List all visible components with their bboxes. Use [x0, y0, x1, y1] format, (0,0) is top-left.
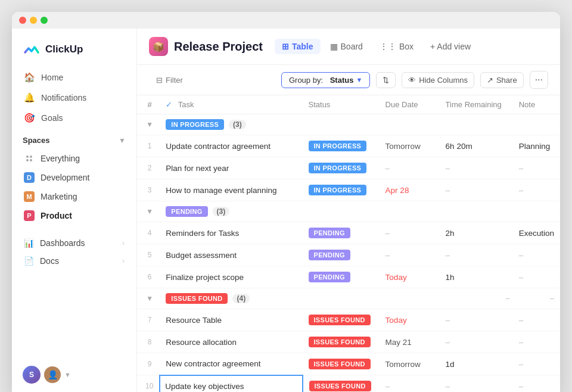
filter-button[interactable]: ⊟ Filter	[149, 73, 190, 88]
board-icon: ▦	[330, 42, 338, 51]
sidebar-nav: 🏠 Home 🔔 Notifications 🎯 Goals	[12, 68, 136, 127]
row-task[interactable]: Finalize project scope	[160, 266, 302, 288]
sidebar-item-everything[interactable]: Everything	[17, 150, 132, 167]
sidebar-item-goals[interactable]: 🎯 Goals	[17, 108, 132, 127]
row-note: –	[513, 353, 560, 375]
svg-point-3	[30, 159, 32, 161]
tasks-table: # ✓ Task Status Due Date Time Remaining …	[137, 95, 560, 392]
status-badge: ISSUES FOUND	[309, 359, 371, 369]
svg-point-1	[30, 155, 32, 158]
share-icon: ↗	[487, 76, 493, 85]
hide-columns-button[interactable]: 👁 Hide Columns	[402, 72, 474, 88]
row-due: Tomorrow	[380, 353, 440, 375]
table-row[interactable]: 7 Resource Table ISSUES FOUND Today – –	[137, 309, 560, 331]
row-task[interactable]: How to manage event planning	[160, 179, 302, 201]
spaces-label: Spaces	[23, 136, 50, 145]
row-task[interactable]: New contractor agreement	[160, 353, 302, 375]
box-icon: ⋮⋮	[380, 42, 396, 51]
row-num: 8	[137, 331, 160, 353]
product-icon: P	[24, 210, 35, 221]
app-window: ClickUp 🏠 Home 🔔 Notifications 🎯 Goals	[12, 12, 560, 392]
app-name: ClickUp	[45, 43, 83, 55]
row-task[interactable]: Update key objectives	[160, 375, 302, 393]
development-icon: D	[24, 172, 35, 183]
row-task[interactable]: Reminders for Tasks	[160, 222, 302, 244]
minimize-btn[interactable]	[30, 17, 37, 24]
project-title: Release Project	[174, 40, 263, 54]
table-row[interactable]: 5 Budget assessment PENDING – – –	[137, 244, 560, 266]
add-view-button[interactable]: + Add view	[423, 39, 478, 54]
main-content: 📦 Release Project ⊞ Table ▦ Board ⋮⋮ Box	[137, 29, 560, 392]
sidebar-item-notifications[interactable]: 🔔 Notifications	[17, 88, 132, 107]
marketing-icon: M	[24, 191, 35, 202]
table-row[interactable]: 6 Finalize project scope PENDING Today 1…	[137, 266, 560, 288]
row-task[interactable]: Resource allocation	[160, 331, 302, 353]
table-row[interactable]: 4 Reminders for Tasks PENDING – 2h Execu…	[137, 222, 560, 244]
table-container: # ✓ Task Status Due Date Time Remaining …	[137, 95, 560, 392]
row-due: Apr 28	[380, 179, 440, 201]
row-task[interactable]: Plan for next year	[160, 157, 302, 179]
sidebar-item-product[interactable]: P Product	[17, 207, 132, 225]
spaces-chevron-icon: ▼	[119, 136, 126, 145]
maximize-btn[interactable]	[41, 17, 48, 24]
close-btn[interactable]	[19, 17, 26, 24]
collapse-cell[interactable]: ▼	[137, 288, 160, 309]
row-due: –	[380, 375, 440, 393]
sidebar-item-development[interactable]: D Development	[17, 169, 132, 186]
row-note: –	[513, 266, 560, 288]
docs-chevron-icon: ›	[122, 257, 125, 265]
collapse-icon: ▼	[146, 120, 153, 129]
status-badge: ISSUES FOUND	[309, 337, 371, 347]
group-header-cell: PENDING (3)	[160, 201, 560, 222]
tab-board[interactable]: ▦ Board	[323, 39, 370, 54]
row-due: –	[380, 244, 440, 266]
sidebar-item-marketing[interactable]: M Marketing	[17, 188, 132, 206]
row-task[interactable]: Budget assessment	[160, 244, 302, 266]
table-header: # ✓ Task Status Due Date Time Remaining …	[137, 95, 560, 114]
user-avatar-area[interactable]: S 👤 ▼	[12, 356, 136, 388]
tab-table[interactable]: ⊞ Table	[275, 39, 321, 54]
row-note: –	[513, 375, 560, 393]
svg-point-2	[26, 159, 29, 161]
status-badge: IN PROGRESS	[309, 185, 367, 195]
more-options-button[interactable]: ···	[530, 71, 548, 89]
row-time: 1h	[440, 266, 513, 288]
row-time: –	[440, 179, 513, 201]
group-by-button[interactable]: Group by: Status ▼	[281, 72, 370, 88]
group-header-cell: IN PROGRESS (3)	[160, 114, 560, 135]
row-note: –	[513, 179, 560, 201]
logo: ClickUp	[12, 38, 136, 68]
row-status: ISSUES FOUND	[303, 353, 380, 375]
collapse-cell[interactable]: ▼	[137, 201, 160, 222]
sidebar-item-dashboards[interactable]: 📊 Dashboards ›	[17, 234, 132, 252]
row-num: 9	[137, 353, 160, 375]
table-row[interactable]: 10 Update key objectives ISSUES FOUND – …	[137, 375, 560, 393]
tab-box[interactable]: ⋮⋮ Box	[372, 39, 421, 54]
filter-icon: ⊟	[156, 76, 163, 85]
spaces-header[interactable]: Spaces ▼	[23, 136, 126, 145]
sidebar-item-docs[interactable]: 📄 Docs ›	[17, 252, 132, 270]
row-task[interactable]: Resource Table	[160, 309, 302, 331]
sort-button[interactable]: ⇅	[376, 72, 396, 88]
row-task[interactable]: Update contractor agreement	[160, 135, 302, 157]
row-due: Tomorrow	[380, 135, 440, 157]
row-time: –	[440, 157, 513, 179]
development-label: Development	[41, 173, 90, 182]
home-icon: 🏠	[24, 72, 35, 83]
row-time: 1d	[440, 353, 513, 375]
sidebar-item-home[interactable]: 🏠 Home	[17, 68, 132, 87]
col-time: Time Remaining	[440, 95, 513, 114]
share-button[interactable]: ↗ Share	[480, 72, 524, 88]
main-header: 📦 Release Project ⊞ Table ▦ Board ⋮⋮ Box	[137, 29, 560, 65]
docs-label: Docs	[40, 256, 59, 266]
status-badge: IN PROGRESS	[309, 141, 367, 151]
table-row[interactable]: 8 Resource allocation ISSUES FOUND May 2…	[137, 331, 560, 353]
table-row[interactable]: 9 New contractor agreement ISSUES FOUND …	[137, 353, 560, 375]
table-row[interactable]: 2 Plan for next year IN PROGRESS – – –	[137, 157, 560, 179]
collapse-cell[interactable]: ▼	[137, 114, 160, 135]
table-row[interactable]: 1 Update contractor agreement IN PROGRES…	[137, 135, 560, 157]
row-time: –	[440, 331, 513, 353]
table-row[interactable]: 3 How to manage event planning IN PROGRE…	[137, 179, 560, 201]
spaces-list: Everything D Development M Marketing P P…	[12, 147, 136, 227]
group-row-pending: ▼ PENDING (3)	[137, 201, 560, 222]
